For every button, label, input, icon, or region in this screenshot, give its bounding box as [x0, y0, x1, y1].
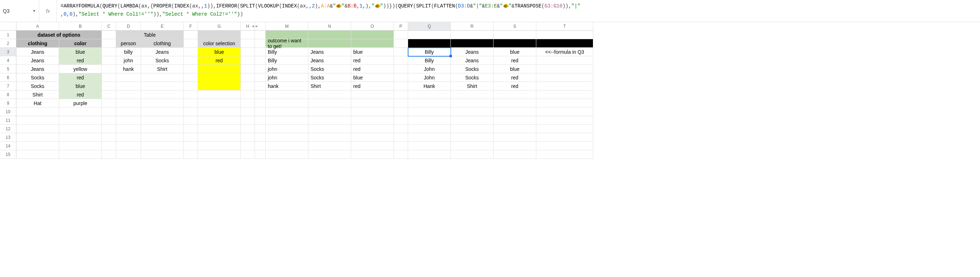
cell-F15[interactable] [184, 150, 198, 159]
cell-C6[interactable] [102, 73, 116, 82]
cell-A8[interactable]: Shirt [16, 91, 59, 99]
cell-P10[interactable] [394, 108, 408, 116]
cell-A10[interactable] [16, 108, 59, 116]
cell-Q5[interactable]: John [408, 65, 451, 73]
cell-E8[interactable] [141, 91, 184, 99]
cell-S5[interactable]: blue [493, 65, 536, 73]
row-header-1[interactable]: 1 [0, 30, 16, 39]
cell-C1[interactable] [102, 30, 116, 39]
cell-G7[interactable] [198, 82, 241, 91]
cell-reference-input[interactable] [3, 8, 28, 14]
cell-A7[interactable]: Socks [16, 82, 59, 91]
cell-D11[interactable] [116, 116, 141, 125]
column-header-G[interactable]: G [198, 22, 241, 30]
cell-P7[interactable] [394, 82, 408, 91]
cell-G1[interactable] [198, 30, 241, 39]
cell-H1[interactable] [241, 30, 255, 39]
cell-E6[interactable] [141, 73, 184, 82]
column-header-H[interactable]: H [241, 22, 255, 30]
cell-G13[interactable] [198, 133, 241, 142]
cell-C12[interactable] [102, 125, 116, 133]
cell-M10[interactable] [266, 108, 309, 116]
cell-D3[interactable]: billy [116, 48, 141, 56]
cell-T7[interactable] [536, 82, 593, 91]
cell-O2[interactable] [351, 39, 394, 48]
cell-A1[interactable]: dataset of options [16, 30, 102, 39]
column-header-T[interactable]: T [536, 22, 593, 30]
cell-A15[interactable] [16, 150, 59, 159]
cell-T15[interactable] [536, 150, 593, 159]
cell-Q14[interactable] [408, 142, 451, 150]
row-header-8[interactable]: 8 [0, 91, 16, 99]
cell-O10[interactable] [351, 108, 394, 116]
cell-O15[interactable] [351, 150, 394, 159]
cell-G6[interactable] [198, 73, 241, 82]
cell-N6[interactable]: Socks [309, 73, 351, 82]
cell-F5[interactable] [184, 65, 198, 73]
cell-O8[interactable] [351, 91, 394, 99]
cell-T8[interactable] [536, 91, 593, 99]
column-header-P[interactable]: P [394, 22, 408, 30]
cell-D6[interactable] [116, 73, 141, 82]
cell-C7[interactable] [102, 82, 116, 91]
cell-M6[interactable]: john [266, 73, 309, 82]
row-header-2[interactable]: 2 [0, 39, 16, 48]
cell-S1[interactable] [493, 30, 536, 39]
cell-N8[interactable] [309, 91, 351, 99]
cell-F1[interactable] [184, 30, 198, 39]
cell-D9[interactable] [116, 99, 141, 108]
cell-M13[interactable] [266, 133, 309, 142]
column-header-D[interactable]: D [116, 22, 141, 30]
cell-T4[interactable] [536, 56, 593, 65]
cell-B15[interactable] [59, 150, 102, 159]
cell-D13[interactable] [116, 133, 141, 142]
cell-A13[interactable] [16, 133, 59, 142]
cell-S2[interactable] [493, 39, 536, 48]
cell-H6[interactable] [241, 73, 255, 82]
cell-C4[interactable] [102, 56, 116, 65]
cell-O6[interactable]: blue [351, 73, 394, 82]
cell-N3[interactable]: Jeans [309, 48, 351, 56]
cell-N14[interactable] [309, 142, 351, 150]
cell-P2[interactable] [394, 39, 408, 48]
cell-N4[interactable]: Jeans [309, 56, 351, 65]
cell-D14[interactable] [116, 142, 141, 150]
cell-Q6[interactable]: John [408, 73, 451, 82]
row-header-10[interactable]: 10 [0, 108, 16, 116]
cell-G10[interactable] [198, 108, 241, 116]
row-header-15[interactable]: 15 [0, 150, 16, 159]
cell-H3[interactable] [241, 48, 255, 56]
column-header-Q[interactable]: Q [408, 22, 451, 30]
cell-M4[interactable]: Billy [266, 56, 309, 65]
row-header-5[interactable]: 5 [0, 65, 16, 73]
cell-A12[interactable] [16, 125, 59, 133]
cell-S9[interactable] [493, 99, 536, 108]
cell-R3[interactable]: Jeans [451, 48, 493, 56]
column-header-O[interactable]: O [351, 22, 394, 30]
cell-C3[interactable] [102, 48, 116, 56]
cell-H8[interactable] [241, 91, 255, 99]
cell-A9[interactable]: Hat [16, 99, 59, 108]
cell-H4[interactable] [241, 56, 255, 65]
cell-R12[interactable] [451, 125, 493, 133]
cell-P5[interactable] [394, 65, 408, 73]
cell-G9[interactable] [198, 99, 241, 108]
cell-R2[interactable] [451, 39, 493, 48]
cell-S13[interactable] [493, 133, 536, 142]
cell-E12[interactable] [141, 125, 184, 133]
cell-T12[interactable] [536, 125, 593, 133]
cell-T14[interactable] [536, 142, 593, 150]
row-header-12[interactable]: 12 [0, 125, 16, 133]
cell-F12[interactable] [184, 125, 198, 133]
cell-H15[interactable] [241, 150, 255, 159]
cell-P8[interactable] [394, 91, 408, 99]
cell-A3[interactable]: Jeans [16, 48, 59, 56]
cell-P6[interactable] [394, 73, 408, 82]
cell-O3[interactable]: blue [351, 48, 394, 56]
cell-R4[interactable]: Jeans [451, 56, 493, 65]
cell-F13[interactable] [184, 133, 198, 142]
cell-S7[interactable]: red [493, 82, 536, 91]
cell-N15[interactable] [309, 150, 351, 159]
cell-Q12[interactable] [408, 125, 451, 133]
cell-M15[interactable] [266, 150, 309, 159]
